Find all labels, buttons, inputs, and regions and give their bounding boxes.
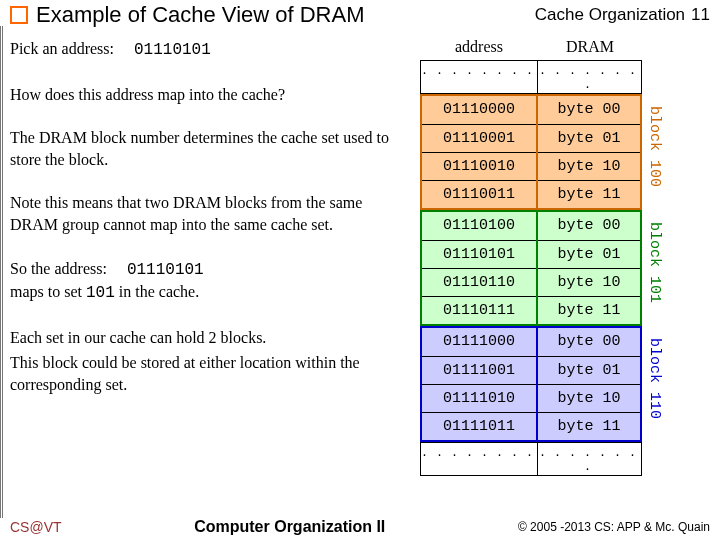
addr-cell: 01111001: [422, 356, 536, 384]
so-address-prefix: So the address:: [10, 260, 107, 277]
title-bullet-icon: [10, 6, 28, 24]
data-cell: byte 11: [538, 412, 640, 440]
block-100: 01110000 01110001 01110010 01110011 byte…: [420, 94, 710, 210]
data-cell: byte 01: [538, 356, 640, 384]
addr-cell: 01110100: [422, 212, 536, 240]
para-so-address: So the address: 01110101 maps to set 101…: [10, 258, 404, 305]
addr-cell: 01110001: [422, 124, 536, 152]
col-header-dram: DRAM: [538, 38, 642, 56]
para-each-set: Each set in our cache can hold 2 blocks.: [10, 327, 404, 349]
sidebar-rule: [0, 26, 3, 518]
maps-to-set-prefix: maps to set: [10, 283, 82, 300]
footer-left: CS@VT: [10, 519, 62, 535]
data-cell: byte 00: [538, 96, 640, 124]
pick-address-value: 01110101: [134, 41, 211, 59]
ellipsis-top: . . . . . . . . . . . . . . . .: [420, 60, 710, 94]
maps-to-set-value: 101: [86, 284, 115, 302]
maps-to-set-suffix: in the cache.: [119, 283, 199, 300]
addr-cell: 01110000: [422, 96, 536, 124]
col-header-address: address: [420, 38, 538, 56]
addr-cell: 01111011: [422, 412, 536, 440]
addr-cell: 01110110: [422, 268, 536, 296]
ellipsis-cell: . . . . . . . .: [420, 60, 538, 94]
data-cell: byte 10: [538, 384, 640, 412]
para-stored-either: This block could be stored at either loc…: [10, 352, 404, 395]
block-label-101: block 101: [646, 222, 663, 303]
section-name: Cache Organization: [535, 5, 685, 25]
data-cell: byte 11: [538, 296, 640, 324]
body-text: Pick an address: 01110101 How does this …: [10, 38, 420, 476]
addr-cell: 01110111: [422, 296, 536, 324]
addr-cell: 01110011: [422, 180, 536, 208]
footer-center: Computer Organization II: [62, 518, 518, 536]
table-header: address DRAM: [420, 38, 710, 56]
block-110: 01111000 01111001 01111010 01111011 byte…: [420, 326, 710, 442]
data-cell: byte 00: [538, 212, 640, 240]
para-pick-address: Pick an address: 01110101: [10, 38, 404, 62]
data-cell: byte 00: [538, 328, 640, 356]
para-question: How does this address map into the cache…: [10, 84, 404, 106]
data-cell: byte 10: [538, 268, 640, 296]
para-note: Note this means that two DRAM blocks fro…: [10, 192, 404, 235]
block-101: 01110100 01110101 01110110 01110111 byte…: [420, 210, 710, 326]
data-cell: byte 01: [538, 240, 640, 268]
dram-table: address DRAM . . . . . . . . . . . . . .…: [420, 38, 710, 476]
addr-cell: 01111010: [422, 384, 536, 412]
pick-address-label: Pick an address:: [10, 40, 114, 57]
block-label-110: block 110: [646, 338, 663, 419]
header: Example of Cache View of DRAM Cache Orga…: [0, 0, 720, 38]
ellipsis-cell: . . . . . . . .: [538, 60, 642, 94]
addr-cell: 01110010: [422, 152, 536, 180]
data-cell: byte 10: [538, 152, 640, 180]
ellipsis-cell: . . . . . . . .: [538, 442, 642, 476]
footer: CS@VT Computer Organization II © 2005 -2…: [0, 518, 720, 536]
data-cell: byte 11: [538, 180, 640, 208]
data-cell: byte 01: [538, 124, 640, 152]
so-address-value: 01110101: [127, 261, 204, 279]
block-label-100: block 100: [646, 106, 663, 187]
addr-cell: 01110101: [422, 240, 536, 268]
page-title: Example of Cache View of DRAM: [36, 2, 535, 28]
footer-right: © 2005 -2013 CS: APP & Mc. Quain: [518, 520, 710, 534]
page-number: 11: [691, 5, 710, 25]
addr-cell: 01111000: [422, 328, 536, 356]
para-block-number: The DRAM block number determines the cac…: [10, 127, 404, 170]
ellipsis-bottom: . . . . . . . . . . . . . . . .: [420, 442, 710, 476]
ellipsis-cell: . . . . . . . .: [420, 442, 538, 476]
